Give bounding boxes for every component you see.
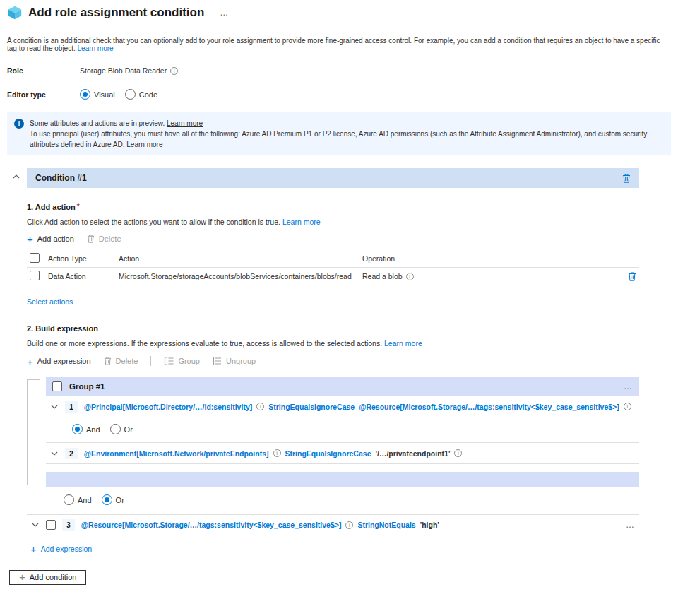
preview-info-banner: Some attributes and actions are in previ… (7, 112, 671, 155)
footer-divider (0, 615, 678, 615)
plus-icon: + (27, 357, 33, 365)
info-icon (345, 521, 353, 529)
expression-attribute-link[interactable]: @Resource[Microsoft.Storage/…/tags:sensi… (81, 521, 342, 529)
expression-operator-link[interactable]: StringEqualsIgnoreCase (285, 449, 371, 458)
editor-type-label: Editor type (7, 90, 80, 99)
description-learn-more-link[interactable]: Learn more (78, 45, 114, 52)
expression-attribute-link[interactable]: @Principal[Microsoft.Directory/…/Id:sens… (84, 403, 252, 411)
role-row: Role Storage Blob Data Reader (7, 66, 678, 75)
group-and-radio[interactable]: And (72, 424, 100, 434)
required-marker: * (77, 203, 80, 211)
expression-number: 3 (62, 519, 75, 531)
editor-visual-radio[interactable]: Visual (80, 89, 115, 100)
banner-learn-more-link-2[interactable]: Learn more (126, 141, 162, 148)
radio-unselected-icon (64, 494, 74, 505)
chevron-down-icon[interactable] (50, 404, 59, 410)
editor-code-radio[interactable]: Code (125, 89, 157, 100)
add-action-button[interactable]: + Add action (27, 235, 74, 243)
operation-cell: Read a blob (362, 272, 403, 280)
actions-table-header-row: Action Type Action Operation (27, 250, 639, 268)
outer-or-radio[interactable]: Or (102, 494, 124, 505)
editor-type-row: Editor type Visual Code (7, 89, 678, 100)
select-all-checkbox[interactable] (30, 253, 40, 263)
expression-value-link[interactable]: @Resource[Microsoft.Storage/…/tags:sensi… (359, 403, 619, 411)
page-header: Add role assignment condition … (0, 0, 678, 20)
delete-condition-icon[interactable] (622, 174, 631, 183)
expression-operator-link[interactable]: StringEqualsIgnoreCase (268, 403, 355, 411)
toolbar-separator (150, 356, 151, 366)
banner-line1: Some attributes and actions are in previ… (30, 119, 165, 127)
group-more-options-icon[interactable]: … (624, 381, 633, 391)
condition-section: Condition #1 1. Add action* Click Add ac… (0, 168, 678, 555)
action-toolbar: + Add action Delete (27, 235, 639, 243)
row-checkbox[interactable] (30, 271, 40, 280)
group-bracket (27, 379, 40, 485)
column-action-type: Action Type (45, 250, 116, 268)
group-checkbox[interactable] (52, 381, 62, 391)
editor-type-radio-group: Visual Code (80, 89, 157, 100)
role-value: Storage Blob Data Reader (80, 66, 167, 75)
role-label: Role (7, 66, 80, 75)
outer-and-radio[interactable]: And (64, 494, 92, 505)
delete-expression-button[interactable]: Delete (104, 357, 138, 365)
action-table-row: Data Action Microsoft.Storage/storageAcc… (27, 268, 639, 285)
info-icon (170, 67, 178, 75)
page-title: Add role assignment condition (28, 6, 204, 20)
select-actions-link[interactable]: Select actions (27, 297, 73, 306)
actions-table: Action Type Action Operation Data Action… (27, 250, 639, 285)
group-connector-row: And Or (46, 417, 639, 443)
info-icon (256, 403, 264, 410)
expression-more-options-icon[interactable]: … (626, 520, 635, 530)
add-action-learn-more-link[interactable]: Learn more (282, 218, 321, 226)
condition-title: Condition #1 (35, 173, 87, 183)
group-icon (164, 357, 174, 365)
ungroup-button[interactable]: Ungroup (213, 357, 256, 365)
expression-row-1: 1 @Principal[Microsoft.Directory/…/Id:se… (46, 396, 639, 417)
radio-selected-icon (102, 494, 112, 505)
add-expression-button[interactable]: + Add expression (27, 357, 91, 365)
expression-value-literal: '/…/privateendpoint1' (375, 449, 450, 458)
condition-header: Condition #1 (27, 168, 639, 188)
delete-action-row-icon[interactable] (628, 272, 636, 281)
add-action-heading: 1. Add action* (27, 203, 639, 211)
group-title: Group #1 (69, 382, 105, 391)
info-icon (454, 449, 462, 457)
page-description: A condition is an additional check that … (7, 37, 671, 52)
trash-icon (104, 357, 112, 365)
action-cell: Microsoft.Storage/storageAccounts/blobSe… (116, 268, 359, 285)
build-expression-heading: 2. Build expression (27, 324, 639, 333)
radio-selected-icon (72, 424, 83, 434)
chevron-down-icon[interactable] (50, 451, 59, 456)
group-button[interactable]: Group (164, 357, 200, 365)
group-footer-bar (46, 472, 639, 487)
editor-visual-label: Visual (94, 90, 115, 99)
action-type-cell: Data Action (45, 268, 116, 285)
cube-icon (7, 5, 23, 20)
expression-group: Group #1 … 1 @Principal[Microsoft.Direct… (46, 377, 639, 487)
add-role-assignment-condition-page: Add role assignment condition … A condit… (0, 0, 678, 616)
expression-value-literal: 'high' (420, 521, 439, 529)
radio-unselected-icon (110, 424, 121, 434)
banner-line2: To use principal (user) attributes, you … (30, 130, 647, 148)
info-icon (273, 449, 281, 457)
build-expression-learn-more-link[interactable]: Learn more (384, 339, 422, 348)
add-expression-bottom-link[interactable]: + Add expression (30, 545, 92, 553)
more-options-icon[interactable]: … (220, 8, 229, 18)
radio-unselected-icon (125, 89, 136, 100)
banner-learn-more-link-1[interactable]: Learn more (167, 119, 203, 127)
expression-row-3: 3 @Resource[Microsoft.Storage/…/tags:sen… (27, 514, 639, 535)
column-operation: Operation (359, 250, 614, 268)
delete-action-button[interactable]: Delete (87, 235, 121, 243)
chevron-down-icon[interactable] (31, 522, 40, 528)
add-condition-button[interactable]: + Add condition (9, 570, 86, 585)
info-icon (406, 273, 414, 280)
group-or-radio[interactable]: Or (110, 424, 133, 434)
outer-connector-row: And Or (64, 494, 639, 505)
expression-attribute-link[interactable]: @Environment[Microsoft.Network/privateEn… (84, 449, 269, 458)
expression-checkbox[interactable] (46, 520, 56, 530)
build-expression-description: Build one or more expressions. If the ex… (27, 339, 639, 348)
plus-icon: + (19, 573, 25, 581)
plus-icon: + (30, 545, 37, 553)
collapse-condition-chevron-icon[interactable] (12, 174, 20, 179)
expression-operator-link[interactable]: StringNotEquals (357, 521, 415, 529)
